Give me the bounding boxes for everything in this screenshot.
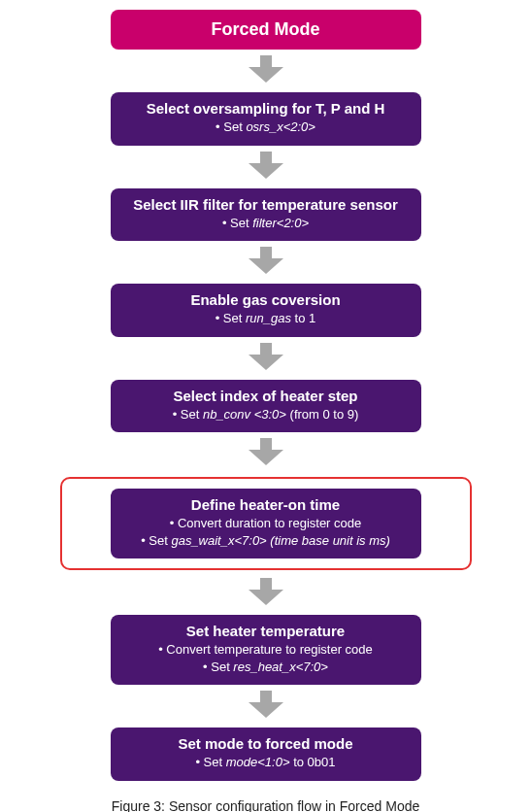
step-line: • Convert temperature to register code <box>122 641 410 659</box>
arrow-down-icon <box>249 247 283 278</box>
arrow-down-icon <box>249 578 283 609</box>
step-title: Define heater-on time <box>122 496 410 513</box>
step-line: • Set filter<2:0> <box>122 215 410 232</box>
arrow-down-icon <box>249 438 283 469</box>
step-line: • Set nb_conv <3:0> (from 0 to 9) <box>122 406 410 423</box>
header-box: Forced Mode <box>111 10 421 50</box>
arrow-down-icon <box>249 343 283 374</box>
step-line: • Set gas_wait_x<7:0> (time base unit is… <box>122 532 410 550</box>
step-iir-filter: Select IIR filter for temperature sensor… <box>111 188 421 242</box>
flowchart: Forced Mode Select oversampling for T, P… <box>0 10 531 781</box>
step-title: Select oversampling for T, P and H <box>122 100 410 117</box>
highlighted-step: Define heater-on time • Convert duration… <box>60 477 472 570</box>
step-line: • Set mode<1:0> to 0b01 <box>122 754 410 771</box>
step-line: • Set osrs_x<2:0> <box>122 118 410 136</box>
step-oversampling: Select oversampling for T, P and H • Set… <box>111 92 421 146</box>
step-title: Enable gas coversion <box>122 291 410 308</box>
step-title: Set heater temperature <box>122 623 410 639</box>
figure-caption: Figure 3: Sensor configuration flow in F… <box>0 798 531 812</box>
arrow-down-icon <box>249 152 283 183</box>
step-line: • Convert duration to register code <box>122 515 410 532</box>
step-enable-gas: Enable gas coversion • Set run_gas to 1 <box>111 284 421 337</box>
step-line: • Set run_gas to 1 <box>122 310 410 327</box>
step-line: • Set res_heat_x<7:0> <box>122 659 410 676</box>
step-heater-index: Select index of heater step • Set nb_con… <box>111 380 421 433</box>
step-heater-on-time: Define heater-on time • Convert duration… <box>111 489 421 558</box>
step-set-mode: Set mode to forced mode • Set mode<1:0> … <box>111 727 421 781</box>
step-title: Select index of heater step <box>122 388 410 404</box>
step-title: Set mode to forced mode <box>122 735 410 752</box>
header-title: Forced Mode <box>211 19 319 39</box>
arrow-down-icon <box>249 691 283 722</box>
step-title: Select IIR filter for temperature sensor <box>122 196 410 213</box>
arrow-down-icon <box>249 55 283 86</box>
step-heater-temperature: Set heater temperature • Convert tempera… <box>111 615 421 685</box>
